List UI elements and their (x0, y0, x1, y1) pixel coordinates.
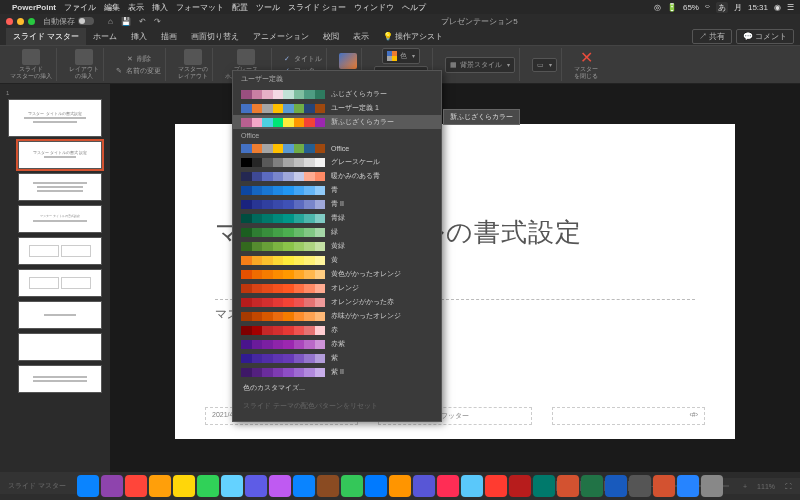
tab-insert[interactable]: 挿入 (124, 28, 154, 45)
tab-home[interactable]: ホーム (86, 28, 124, 45)
layout-thumbnail[interactable]: マスター タイトルの書式 設定 (18, 141, 102, 169)
dock-app-icon[interactable] (173, 475, 195, 497)
menu-arrange[interactable]: 配置 (232, 2, 248, 13)
dock-app-icon[interactable] (221, 475, 243, 497)
dock-app-icon[interactable] (557, 475, 579, 497)
color-theme-item[interactable]: オレンジ (233, 281, 441, 295)
undo-icon[interactable]: ↶ (139, 17, 146, 26)
thumbnail-panel[interactable]: 1 マスター タイトルの書式設定 マスター タイトルの書式 設定 マスター タイ… (0, 84, 110, 478)
insert-layout-button[interactable]: レイアウト の挿入 (65, 48, 104, 81)
minimize-icon[interactable] (17, 18, 24, 25)
dock-app-icon[interactable] (413, 475, 435, 497)
dock-app-icon[interactable] (389, 475, 411, 497)
dock-app-icon[interactable] (317, 475, 339, 497)
menu-slideshow[interactable]: スライド ショー (288, 2, 346, 13)
color-theme-item[interactable]: Office (233, 142, 441, 155)
color-theme-item[interactable]: 青 (233, 183, 441, 197)
color-theme-item[interactable]: 青緑 (233, 211, 441, 225)
menu-help[interactable]: ヘルプ (402, 2, 426, 13)
menu-edit[interactable]: 編集 (104, 2, 120, 13)
siri-icon[interactable]: ◉ (774, 3, 781, 12)
slide-canvas[interactable]: マスター タイトルの書式設定 マスター サブタイトルの書式設定 2021/4/2… (110, 84, 800, 478)
color-theme-item[interactable]: ふじざくらカラー (233, 87, 441, 101)
menu-file[interactable]: ファイル (64, 2, 96, 13)
dock-app-icon[interactable] (605, 475, 627, 497)
layout-thumbnail[interactable]: マスター タイトルの書式設定 (18, 205, 102, 233)
title-checkbox[interactable]: ✓ タイトル (284, 54, 322, 64)
layout-thumbnail[interactable] (18, 333, 102, 361)
close-icon[interactable] (6, 18, 13, 25)
color-theme-item[interactable]: 黄緑 (233, 239, 441, 253)
color-theme-item[interactable]: 青 II (233, 197, 441, 211)
delete-button[interactable]: ✕ 削除 (127, 54, 151, 64)
dock-app-icon[interactable] (245, 475, 267, 497)
notification-icon[interactable]: ☰ (787, 3, 794, 12)
line-icon[interactable]: ◎ (654, 3, 661, 12)
dock-app-icon[interactable] (101, 475, 123, 497)
wifi-icon[interactable]: ⌔ (705, 3, 710, 12)
color-theme-item[interactable]: 赤味がかったオレンジ (233, 309, 441, 323)
customize-colors[interactable]: 色のカスタマイズ... (233, 379, 441, 397)
tab-review[interactable]: 校閲 (316, 28, 346, 45)
menu-window[interactable]: ウィンドウ (354, 2, 394, 13)
dock-app-icon[interactable] (365, 475, 387, 497)
autosave-toggle[interactable]: 自動保存 (43, 16, 94, 27)
color-theme-item[interactable]: 黄 (233, 253, 441, 267)
bg-styles-dropdown[interactable]: ▦背景スタイル▾ (445, 57, 515, 73)
dock-app-icon[interactable] (125, 475, 147, 497)
dock-app-icon[interactable] (485, 475, 507, 497)
color-theme-item[interactable]: 暖かみのある青 (233, 169, 441, 183)
dock-app-icon[interactable] (581, 475, 603, 497)
color-theme-item[interactable]: 新ふじざくらカラー (233, 115, 441, 129)
color-theme-item[interactable]: ユーザー定義 1 (233, 101, 441, 115)
maximize-icon[interactable] (28, 18, 35, 25)
dock-app-icon[interactable] (293, 475, 315, 497)
layout-thumbnail[interactable] (18, 237, 102, 265)
share-button[interactable]: ↗ 共有 (692, 29, 732, 44)
colors-dropdown[interactable]: 色▾ (382, 48, 420, 64)
menu-tools[interactable]: ツール (256, 2, 280, 13)
layout-thumbnail[interactable] (18, 365, 102, 393)
dock-app-icon[interactable] (197, 475, 219, 497)
comments-button[interactable]: 💬 コメント (736, 29, 794, 44)
battery-icon[interactable]: 🔋 (667, 3, 677, 12)
tab-slide-master[interactable]: スライド マスター (6, 28, 86, 45)
ime-indicator[interactable]: あ (716, 2, 728, 13)
layout-thumbnail[interactable] (18, 269, 102, 297)
dock-app-icon[interactable] (461, 475, 483, 497)
master-thumbnail[interactable]: マスター タイトルの書式設定 (8, 99, 102, 137)
dock-app-icon[interactable] (77, 475, 99, 497)
color-theme-item[interactable]: 緑 (233, 225, 441, 239)
dock-app-icon[interactable] (437, 475, 459, 497)
color-theme-item[interactable]: 赤紫 (233, 337, 441, 351)
dock-app-icon[interactable] (533, 475, 555, 497)
rename-button[interactable]: ✎ 名前の変更 (116, 66, 161, 76)
dock-app-icon[interactable] (341, 475, 363, 497)
tab-draw[interactable]: 描画 (154, 28, 184, 45)
tab-animations[interactable]: アニメーション (246, 28, 316, 45)
master-layout-button[interactable]: マスターの レイアウト (174, 48, 213, 81)
clock-time[interactable]: 15:31 (748, 3, 768, 12)
dock-app-icon[interactable] (149, 475, 171, 497)
dock-app-icon[interactable] (629, 475, 651, 497)
color-theme-item[interactable]: オレンジがかった赤 (233, 295, 441, 309)
tell-me[interactable]: 💡 操作アシスト (376, 28, 450, 45)
slidenum-placeholder[interactable]: ‹#› (552, 407, 705, 425)
menu-format[interactable]: フォーマット (176, 2, 224, 13)
redo-icon[interactable]: ↷ (154, 17, 161, 26)
insert-slide-master-button[interactable]: スライド マスターの挿入 (6, 48, 57, 81)
color-theme-item[interactable]: グレースケール (233, 155, 441, 169)
tab-view[interactable]: 表示 (346, 28, 376, 45)
close-master-button[interactable]: ✕マスター を閉じる (570, 48, 602, 81)
layout-thumbnail[interactable] (18, 301, 102, 329)
layout-thumbnail[interactable] (18, 173, 102, 201)
save-icon[interactable]: 💾 (121, 17, 131, 26)
dock-app-icon[interactable] (269, 475, 291, 497)
menu-insert[interactable]: 挿入 (152, 2, 168, 13)
color-theme-item[interactable]: 黄色がかったオレンジ (233, 267, 441, 281)
home-icon[interactable]: ⌂ (108, 17, 113, 26)
color-theme-item[interactable]: 紫 II (233, 365, 441, 379)
slide-size-dropdown[interactable]: ▭▾ (532, 58, 557, 72)
dock-app-icon[interactable] (701, 475, 723, 497)
dock-app-icon[interactable] (677, 475, 699, 497)
